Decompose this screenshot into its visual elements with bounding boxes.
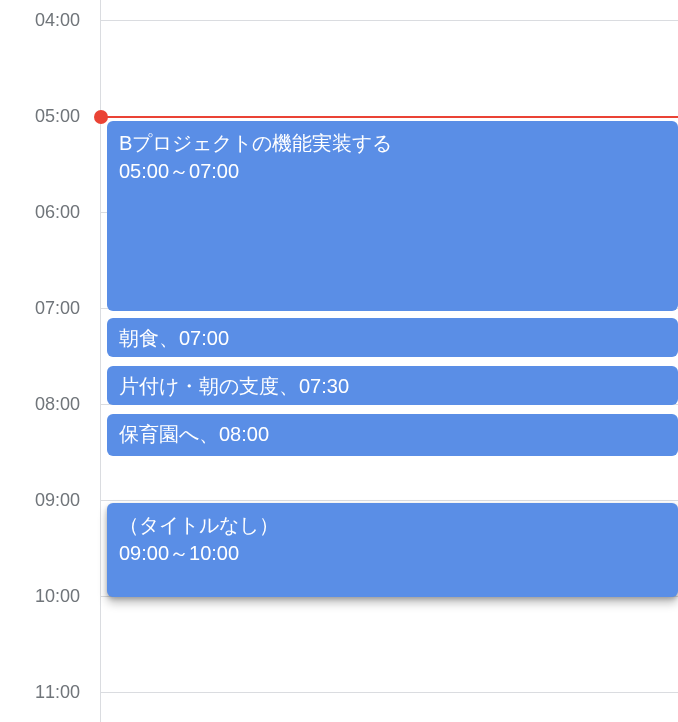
time-label: 08:00 (35, 394, 80, 415)
time-label: 06:00 (35, 202, 80, 223)
current-time-indicator (101, 116, 678, 118)
event-title: Bプロジェクトの機能実装する (119, 129, 666, 157)
current-time-dot-icon (94, 110, 108, 124)
time-label: 09:00 (35, 490, 80, 511)
calendar-event[interactable]: 片付け・朝の支度、07:30 (107, 366, 678, 406)
calendar-event[interactable]: Bプロジェクトの機能実装する05:00～07:00 (107, 121, 678, 311)
event-time: 05:00～07:00 (119, 157, 666, 185)
event-time: 09:00～10:00 (119, 539, 666, 567)
event-title: 保育園へ、08:00 (119, 420, 666, 448)
time-label: 07:00 (35, 298, 80, 319)
time-label: 11:00 (35, 682, 80, 703)
calendar-event[interactable]: 保育園へ、08:00 (107, 414, 678, 457)
time-label: 05:00 (35, 106, 80, 127)
hour-gridline (101, 692, 678, 693)
time-gutter: 04:0005:0006:0007:0008:0009:0010:0011:00 (0, 0, 100, 722)
event-title: 片付け・朝の支度、07:30 (119, 372, 666, 400)
hour-gridline (101, 500, 678, 501)
hour-gridline (101, 20, 678, 21)
calendar-grid[interactable]: Bプロジェクトの機能実装する05:00～07:00朝食、07:00片付け・朝の支… (100, 0, 678, 722)
calendar-event[interactable]: 朝食、07:00 (107, 318, 678, 358)
calendar-event[interactable]: （タイトルなし）09:00～10:00 (107, 503, 678, 597)
event-title: 朝食、07:00 (119, 324, 666, 352)
calendar-day-view: 04:0005:0006:0007:0008:0009:0010:0011:00… (0, 0, 678, 722)
time-label: 04:00 (35, 10, 80, 31)
time-label: 10:00 (35, 586, 80, 607)
event-title: （タイトルなし） (119, 511, 666, 539)
